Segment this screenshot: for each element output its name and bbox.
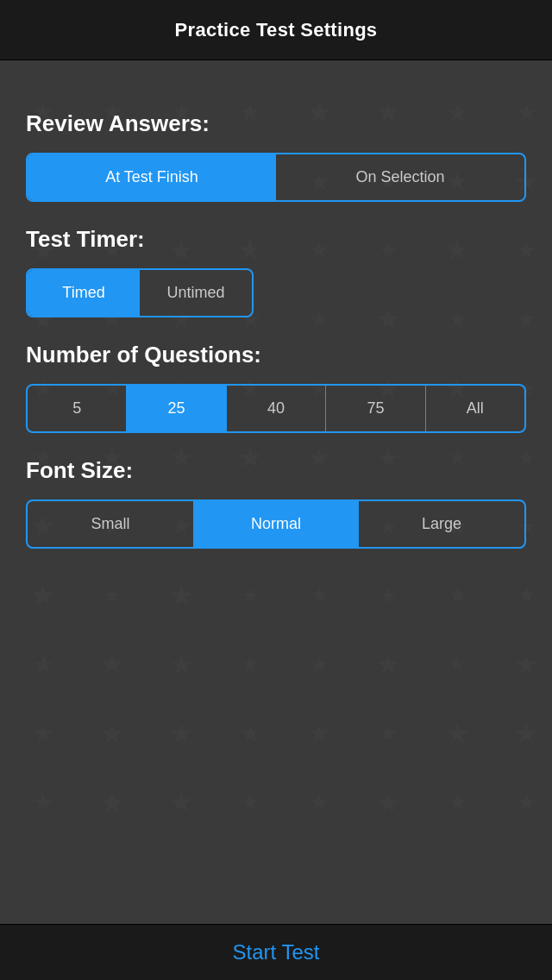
font-size-control: Small Normal Large [26,499,526,549]
bg-star-icon: ★ [354,699,423,768]
bg-star-icon: ★ [216,699,285,768]
bg-star-icon: ★ [354,630,423,699]
bg-star-icon: ★ [492,630,552,699]
review-answers-section: Review Answers: At Test Finish On Select… [26,110,526,202]
untimed-option[interactable]: Untimed [140,270,252,316]
bg-star-icon: ★ [9,561,78,630]
bg-star-icon: ★ [423,561,492,630]
num-5-option[interactable]: 5 [28,386,127,431]
bg-star-icon: ★ [147,699,216,768]
bg-star-icon: ★ [147,630,216,699]
num-questions-label: Number of Questions: [26,342,526,368]
bg-star-icon: ★ [285,561,354,630]
num-questions-control: 5 25 40 75 All [26,384,526,433]
bg-star-icon: ★ [216,630,285,699]
num-questions-section: Number of Questions: 5 25 40 75 All [26,342,526,433]
font-normal-option[interactable]: Normal [193,501,359,547]
bg-star-icon: ★ [78,630,147,699]
num-75-option[interactable]: 75 [326,386,425,431]
bg-star-icon: ★ [9,768,78,837]
review-answers-label: Review Answers: [26,110,526,137]
bg-star-icon: ★ [9,630,78,699]
bg-star-icon: ★ [492,699,552,768]
bg-star-icon: ★ [147,768,216,837]
main-content: Review Answers: At Test Finish On Select… [0,60,552,549]
num-all-option[interactable]: All [426,386,524,431]
bg-star-icon: ★ [216,768,285,837]
bg-star-icon: ★ [492,561,552,630]
bg-star-icon: ★ [285,630,354,699]
bg-star-icon: ★ [285,699,354,768]
bg-star-icon: ★ [78,699,147,768]
footer: Start Test [0,924,552,980]
test-timer-label: Test Timer: [26,226,526,253]
bg-star-icon: ★ [9,699,78,768]
num-25-option[interactable]: 25 [127,386,226,431]
review-answers-control: At Test Finish On Selection [26,153,526,202]
bg-star-icon: ★ [492,768,552,837]
review-at-test-finish-option[interactable]: At Test Finish [28,154,276,200]
bg-star-icon: ★ [423,768,492,837]
bg-star-icon: ★ [78,768,147,837]
font-large-option[interactable]: Large [359,501,524,547]
test-timer-control: Timed Untimed [26,268,254,317]
font-small-option[interactable]: Small [28,501,193,547]
timed-option[interactable]: Timed [28,270,140,316]
bg-star-icon: ★ [354,768,423,837]
bg-star-icon: ★ [147,561,216,630]
bg-star-icon: ★ [216,561,285,630]
bg-star-icon: ★ [78,561,147,630]
bg-star-icon: ★ [423,699,492,768]
page-title: Practice Test Settings [175,19,378,41]
font-size-label: Font Size: [26,457,526,484]
bg-star-icon: ★ [423,630,492,699]
bg-star-icon: ★ [285,768,354,837]
review-on-selection-option[interactable]: On Selection [276,154,524,200]
bg-star-icon: ★ [354,561,423,630]
font-size-section: Font Size: Small Normal Large [26,457,526,549]
test-timer-section: Test Timer: Timed Untimed [26,226,526,317]
header: Practice Test Settings [0,0,552,60]
start-test-button[interactable]: Start Test [207,932,346,973]
num-40-option[interactable]: 40 [227,386,326,431]
